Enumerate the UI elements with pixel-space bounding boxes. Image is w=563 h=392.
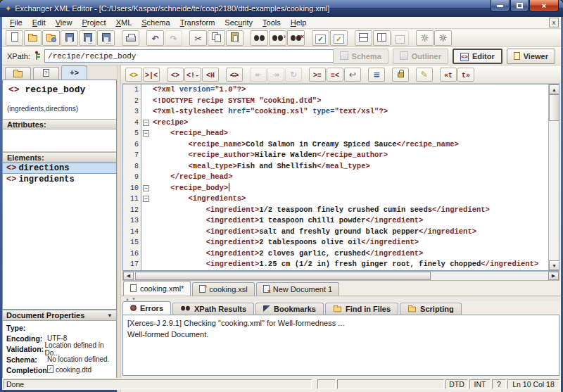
- split-horizontal-button[interactable]: [355, 30, 372, 46]
- split-vertical-button[interactable]: [373, 30, 391, 46]
- fold-toggle-icon[interactable]: −: [143, 120, 149, 126]
- attributes-list[interactable]: [3, 129, 116, 152]
- menu-item-tools[interactable]: Tools: [258, 18, 286, 27]
- code-line-2[interactable]: 2<!DOCTYPE recipe SYSTEM "cooking.dtd">: [123, 96, 559, 107]
- code-line-15[interactable]: 15 <ingredient>2 tablespoons olive oil</…: [123, 237, 559, 248]
- menu-item-project[interactable]: Project: [77, 18, 110, 27]
- document-properties-header[interactable]: Document Properties ▼: [2, 310, 117, 321]
- highlight-button[interactable]: ✎: [416, 68, 433, 82]
- shift-left-button[interactable]: ≡<: [327, 68, 343, 82]
- bottom-tab-xpath-results[interactable]: XPath Results: [172, 303, 254, 315]
- menu-item-schema[interactable]: Schema: [137, 18, 175, 27]
- element-panel-tab-2[interactable]: [33, 67, 59, 80]
- vertical-scrollbar[interactable]: ▲ ▼: [548, 84, 559, 270]
- code-line-5[interactable]: 5− <recipe_head>: [123, 128, 559, 139]
- fold-toggle-icon[interactable]: −: [143, 185, 149, 191]
- print-button[interactable]: [122, 30, 139, 46]
- insert-cdata-button[interactable]: <H: [202, 68, 219, 82]
- code-editor[interactable]: 1<?xml version="1.0"?>2<!DOCTYPE recipe …: [122, 84, 559, 271]
- splitter-down-icon[interactable]: ▼: [132, 297, 136, 301]
- view-button-viewer[interactable]: Viewer: [507, 49, 555, 64]
- code-line-8[interactable]: 8 <meal_type>Fish and Shellfish</meal_ty…: [123, 161, 559, 172]
- xpath-value[interactable]: /recipe/recipe_body: [45, 52, 336, 61]
- bottom-tab-scripting[interactable]: Scripting: [400, 303, 462, 315]
- wrap-button[interactable]: ↩: [344, 68, 361, 82]
- validate-with-button[interactable]: ✓: [330, 30, 348, 46]
- fold-toggle-icon[interactable]: −: [143, 196, 149, 202]
- code-line-14[interactable]: 14 <ingredient>salt and freshly ground b…: [123, 227, 559, 238]
- element-item-ingredients[interactable]: <>ingredients: [3, 174, 116, 185]
- bottom-tab-bookmarks[interactable]: Bookmarks: [255, 303, 324, 315]
- scroll-left-icon[interactable]: ◀: [123, 272, 134, 280]
- open-remote-button[interactable]: [42, 30, 60, 46]
- find-button[interactable]: [251, 30, 268, 46]
- element-item-directions[interactable]: <>directions: [3, 163, 116, 174]
- horizontal-scroll-thumb[interactable]: [135, 272, 431, 280]
- copy-button[interactable]: [208, 30, 225, 46]
- menu-close-icon[interactable]: x: [549, 18, 559, 27]
- collapse-arrow-icon[interactable]: ▼: [107, 312, 113, 319]
- open-file-button[interactable]: [24, 30, 42, 46]
- title-bar[interactable]: ✦ Exchanger XML Editor - [C:/Users/Kaspa…: [0, 0, 563, 17]
- menu-item-view[interactable]: View: [51, 18, 77, 27]
- wellformed-check-button[interactable]: ☼: [416, 30, 434, 46]
- shift-right-button[interactable]: >≡: [309, 68, 326, 82]
- save-all-button[interactable]: [97, 30, 115, 46]
- code-line-7[interactable]: 7 <recipe_author>Hilaire Walden</recipe_…: [123, 150, 559, 161]
- scroll-up-icon[interactable]: ▲: [549, 84, 559, 94]
- menu-item-transform[interactable]: Transform: [175, 18, 220, 27]
- xpath-combobox[interactable]: /recipe/recipe_body ▼: [44, 49, 348, 63]
- code-line-1[interactable]: 1<?xml version="1.0"?>: [123, 84, 559, 96]
- code-line-13[interactable]: 13 <ingredient>1 teaspoon chilli powder<…: [123, 215, 559, 227]
- element-panel-tab-3[interactable]: +>: [61, 65, 87, 80]
- code-line-17[interactable]: 17 <ingredient>1.25 cm (1/2 in) fresh gi…: [123, 259, 559, 270]
- code-line-3[interactable]: 3<?xml-stylesheet href="cooking.xsl" typ…: [123, 106, 559, 118]
- code-lines[interactable]: 1<?xml version="1.0"?>2<!DOCTYPE recipe …: [123, 84, 559, 270]
- insert-comment-button[interactable]: <!-: [184, 68, 201, 82]
- save-button[interactable]: [61, 30, 78, 46]
- insert-element-button[interactable]: <>: [167, 68, 184, 82]
- new-document-button[interactable]: [6, 30, 23, 46]
- code-line-4[interactable]: 4−<recipe>: [123, 118, 559, 129]
- status-cursor-position[interactable]: Ln 10 Col 18: [507, 379, 559, 389]
- tag-soup-button[interactable]: <>: [125, 68, 142, 82]
- splitter-up-icon[interactable]: ▲: [125, 297, 129, 301]
- lock-button[interactable]: [392, 68, 409, 82]
- code-line-12[interactable]: 12 <ingredient>1/2 teaspoon finely crush…: [123, 205, 559, 216]
- close-button[interactable]: ×: [529, 0, 559, 12]
- status-help[interactable]: ?: [492, 379, 506, 389]
- collapse-tag-button[interactable]: t»: [457, 68, 474, 82]
- maximize-button[interactable]: [510, 0, 529, 12]
- menu-item-file[interactable]: File: [5, 18, 27, 27]
- menu-item-edit[interactable]: Edit: [27, 18, 51, 27]
- vertical-scroll-thumb[interactable]: [549, 94, 559, 121]
- code-line-10[interactable]: 10− <recipe_body>: [123, 183, 559, 194]
- document-tab-cooking-xsl[interactable]: cooking.xsl: [192, 282, 254, 296]
- preferences-button[interactable]: ☼: [434, 30, 452, 46]
- fold-toggle-icon[interactable]: −: [143, 130, 149, 137]
- code-line-9[interactable]: 9 </recipe_head>: [123, 172, 559, 183]
- view-button-editor[interactable]: <>Editor: [453, 49, 502, 64]
- strip-tag-button[interactable]: <>: [226, 68, 243, 82]
- replace-button[interactable]: ×: [287, 30, 305, 46]
- cut-button[interactable]: ✂: [189, 30, 207, 46]
- code-line-16[interactable]: 16 <ingredient>2 cloves garlic, crushed<…: [123, 248, 559, 260]
- scroll-down-icon[interactable]: ▼: [549, 260, 559, 270]
- scroll-right-icon[interactable]: ▶: [548, 272, 559, 280]
- element-panel-tab-1[interactable]: [5, 67, 31, 80]
- paste-button[interactable]: [226, 30, 243, 46]
- bottom-tab-find-in-files[interactable]: Find in Files: [325, 303, 398, 315]
- status-doctype[interactable]: DTD: [445, 379, 468, 389]
- validate-button[interactable]: ✓: [312, 30, 329, 46]
- remove-tags-button[interactable]: >|<: [143, 68, 160, 82]
- menu-item-xml[interactable]: XML: [111, 18, 137, 27]
- document-tab-cooking-xml-[interactable]: cooking.xml*: [123, 281, 191, 296]
- bottom-tab-errors[interactable]: Errors: [122, 301, 171, 315]
- status-validation-mode[interactable]: INT: [469, 379, 491, 389]
- menu-item-security[interactable]: Security: [220, 18, 258, 27]
- undo-button[interactable]: ↶: [146, 30, 164, 46]
- expand-tag-button[interactable]: «t: [440, 68, 457, 82]
- document-tab-new-document-1[interactable]: New Document 1: [256, 282, 339, 296]
- code-line-11[interactable]: 11− <ingredients>: [123, 194, 559, 205]
- code-line-6[interactable]: 6 <recipe_name>Cold Salmon in Creamy Spi…: [123, 139, 559, 151]
